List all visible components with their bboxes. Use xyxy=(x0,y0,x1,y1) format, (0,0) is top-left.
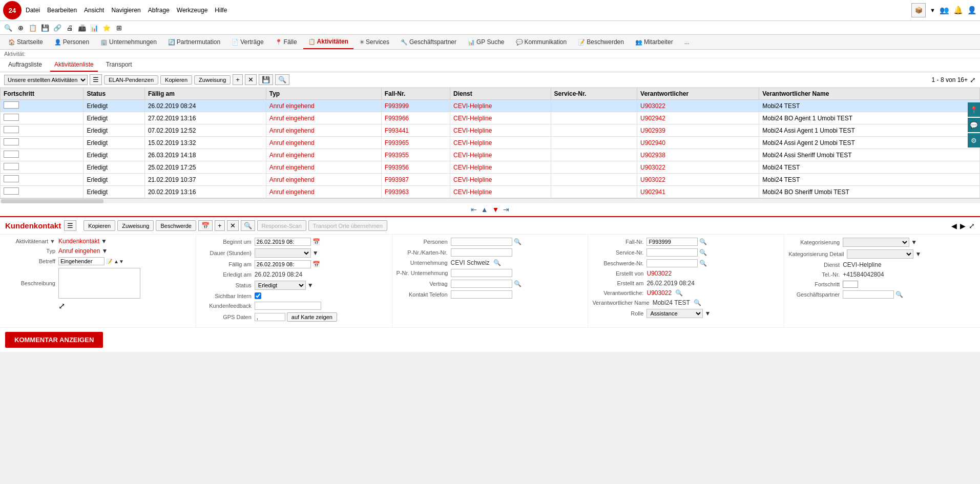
gps-input[interactable] xyxy=(255,313,285,321)
elan-pendenzen-button[interactable]: ELAN-Pendenzen xyxy=(104,75,158,85)
faellig-calendar-icon[interactable]: 📅 xyxy=(312,261,320,268)
subtab-transport[interactable]: Transport xyxy=(102,58,136,72)
tab-unternehmungen[interactable]: 🏢Unternehmungen xyxy=(95,35,162,49)
table-row[interactable]: Erledigt25.02.2019 17:25Anruf eingehendF… xyxy=(1,161,980,174)
user-icon[interactable]: 👤 xyxy=(967,6,977,15)
kundenfeedback-input[interactable] xyxy=(255,302,321,310)
right-panel-map-icon[interactable]: 📍 xyxy=(968,102,980,117)
tab-gp-suche[interactable]: 📊GP Suche xyxy=(463,35,509,49)
table-row[interactable]: Erledigt07.02.2019 12:52Anruf eingehendF… xyxy=(1,124,980,137)
cell-fall-nr[interactable]: F993965 xyxy=(381,137,450,149)
grid-toolbar-icon[interactable]: ⊞ xyxy=(114,23,124,33)
beginnt-calendar-icon[interactable]: 📅 xyxy=(312,238,320,245)
cell-fall-nr[interactable]: F993441 xyxy=(381,124,450,137)
cell-typ[interactable]: Anruf eingehend xyxy=(266,186,381,198)
star-toolbar-icon[interactable]: ⭐ xyxy=(101,23,112,33)
table-row[interactable]: Erledigt26.02.2019 08:24Anruf eingehendF… xyxy=(1,100,980,112)
auf-karte-zeigen-button[interactable]: auf Karte zeigen xyxy=(287,312,337,322)
cell-verantwortlicher[interactable]: U902941 xyxy=(637,186,759,198)
scan-toolbar-icon[interactable]: 📠 xyxy=(77,23,87,33)
menu-abfrage[interactable]: Abfrage xyxy=(148,7,170,14)
betreff-edit-icon[interactable]: 📝 xyxy=(106,259,112,264)
detail-delete-icon[interactable]: ✕ xyxy=(227,220,239,231)
first-page-icon[interactable]: ⇤ xyxy=(471,205,477,214)
detail-hamburger-icon[interactable]: ☰ xyxy=(64,220,76,231)
subtab-auftragsliste[interactable]: Auftragsliste xyxy=(4,58,46,72)
typ-value[interactable]: Anruf eingehen xyxy=(58,247,100,255)
sichtbar-intern-checkbox[interactable] xyxy=(255,292,261,299)
cell-typ[interactable]: Anruf eingehend xyxy=(266,149,381,161)
cell-dienst[interactable]: CEVI-Helpline xyxy=(450,112,551,124)
beginnt-um-input[interactable] xyxy=(255,238,311,246)
status-dropdown-icon[interactable]: ▼ xyxy=(307,282,314,289)
cell-verantwortlicher[interactable]: U903022 xyxy=(637,161,759,174)
cell-dienst[interactable]: CEVI-Helpline xyxy=(450,100,551,112)
detail-expand-icon[interactable]: ⤢ xyxy=(969,222,975,230)
cell-fall-nr[interactable]: F993956 xyxy=(381,161,450,174)
cell-verantwortlicher[interactable]: U902938 xyxy=(637,149,759,161)
dropdown-arrow[interactable]: ▼ xyxy=(930,7,935,13)
p-nr-karten-input[interactable] xyxy=(451,248,512,257)
table-row[interactable]: Erledigt26.03.2019 14:18Anruf eingehendF… xyxy=(1,149,980,161)
detail-next-icon[interactable]: ▶ xyxy=(960,222,966,230)
tab-personen[interactable]: 👤Personen xyxy=(49,35,94,49)
cell-typ[interactable]: Anruf eingehend xyxy=(266,112,381,124)
hamburger-icon[interactable]: ☰ xyxy=(90,74,102,85)
detail-prev-icon[interactable]: ◀ xyxy=(951,222,957,230)
typ-dropdown[interactable]: ▼ xyxy=(101,247,108,255)
prev-page-icon[interactable]: ▲ xyxy=(481,205,488,214)
menu-bearbeiten[interactable]: Bearbeiten xyxy=(47,7,77,14)
menu-werkzeuge[interactable]: Werkzeuge xyxy=(177,7,207,14)
table-row[interactable]: Erledigt15.02.2019 13:32Anruf eingehendF… xyxy=(1,137,980,149)
cell-verantwortlicher[interactable]: U902939 xyxy=(637,124,759,137)
menu-navigieren[interactable]: Navigieren xyxy=(111,7,140,14)
beschreibung-input[interactable] xyxy=(58,268,140,299)
tab-more[interactable]: ... xyxy=(679,35,695,49)
rolle-select[interactable]: Assistance xyxy=(647,309,703,318)
p-nr-unternehmung-input[interactable] xyxy=(451,269,512,277)
tab-mitarbeiter[interactable]: 👥Mitarbeiter xyxy=(630,35,678,49)
kategorisierung-detail-select[interactable] xyxy=(847,249,913,259)
table-row[interactable]: Erledigt27.02.2019 13:16Anruf eingehendF… xyxy=(1,112,980,124)
tab-startseite[interactable]: 🏠Startseite xyxy=(3,35,48,49)
filter-select[interactable]: Unsere erstellten Aktivitäten xyxy=(4,75,88,85)
last-page-icon[interactable]: ⇥ xyxy=(503,205,509,214)
response-scan-button[interactable]: Response-Scan xyxy=(257,220,306,231)
cell-verantwortlicher[interactable]: U902940 xyxy=(637,137,759,149)
tab-services[interactable]: ✳Services xyxy=(355,35,394,49)
box-icon[interactable]: 📦 xyxy=(911,3,926,17)
chart-toolbar-icon[interactable]: 📊 xyxy=(89,23,99,33)
service-nr-input[interactable] xyxy=(647,248,698,257)
betreff-input[interactable] xyxy=(58,257,105,265)
tab-kommunikation[interactable]: 💬Kommunikation xyxy=(511,35,572,49)
kommentar-anzeigen-button[interactable]: KOMMENTAR ANZEIGEN xyxy=(5,332,103,348)
fall-nr-lookup-icon[interactable]: 🔍 xyxy=(699,238,707,245)
menu-ansicht[interactable]: Ansicht xyxy=(84,7,104,14)
vertrag-input[interactable] xyxy=(451,280,512,288)
cell-fall-nr[interactable]: F993955 xyxy=(381,149,450,161)
cell-typ[interactable]: Anruf eingehend xyxy=(266,161,381,174)
aktivitaetenart-dropdown[interactable]: ▼ xyxy=(101,238,107,245)
geschaeftspartner-input[interactable] xyxy=(843,290,894,299)
horizontal-scrollbar[interactable] xyxy=(0,198,980,203)
menu-datei[interactable]: Datei xyxy=(26,7,40,14)
faellig-am-input[interactable] xyxy=(255,260,311,268)
detail-calendar-icon[interactable]: 📅 xyxy=(198,220,213,231)
cell-dienst[interactable]: CEVI-Helpline xyxy=(450,149,551,161)
search-icon-button[interactable]: 🔍 xyxy=(275,74,289,85)
delete-icon-button[interactable]: ✕ xyxy=(245,74,257,85)
expand-beschreibung-icon[interactable]: ⤢ xyxy=(58,301,65,311)
expand-table-icon[interactable]: ⤢ xyxy=(970,76,976,84)
personen-lookup-icon[interactable]: 🔍 xyxy=(514,238,522,245)
cell-dienst[interactable]: CEVI-Helpline xyxy=(450,124,551,137)
cell-typ[interactable]: Anruf eingehend xyxy=(266,174,381,186)
cell-fall-nr[interactable]: F993999 xyxy=(381,100,450,112)
next-page-icon[interactable]: ▼ xyxy=(492,205,499,214)
contacts-icon[interactable]: 👥 xyxy=(940,6,949,15)
kategorisierung-detail-dropdown-icon[interactable]: ▼ xyxy=(915,250,921,258)
personen-input[interactable] xyxy=(451,238,512,246)
detail-beschwerde-button[interactable]: Beschwerde xyxy=(156,220,196,231)
beschwerde-nr-lookup-icon[interactable]: 🔍 xyxy=(699,260,707,267)
kategorisierung-select[interactable] xyxy=(843,238,909,247)
tab-geschaeftspartner[interactable]: 🔧Geschäftspartner xyxy=(395,35,462,49)
